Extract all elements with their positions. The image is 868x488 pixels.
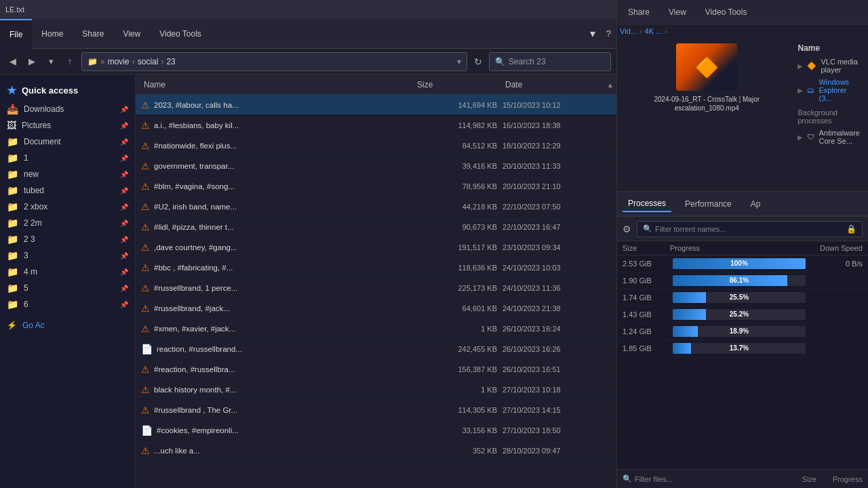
path-movie[interactable]: movie <box>108 57 130 66</box>
scroll-up-button[interactable]: ▲ <box>604 75 616 95</box>
torrent-col-header: Size Progress Down Speed <box>617 241 868 256</box>
table-row[interactable]: ⚠ #russellbrand , The Gr... 114,305 KB 2… <box>136 400 616 420</box>
help-button[interactable]: ? <box>601 28 616 39</box>
tm-processes-tab[interactable]: Processes <box>623 196 671 212</box>
table-row[interactable]: ⚠ a.i., #lesbians, baby kil... 114,982 K… <box>136 115 616 136</box>
table-row[interactable]: ⚠ #bbc , #fabricating, #... 118,636 KB 2… <box>136 258 616 278</box>
quick-access-label: Quick access <box>22 85 78 96</box>
back-button[interactable]: ◀ <box>5 54 20 69</box>
table-row[interactable]: ⚠ #russellbrand, 1 perce... 225,173 KB 2… <box>136 278 616 298</box>
table-row[interactable]: 📄 #cookies, #empireonli... 33,156 KB 27/… <box>136 420 616 441</box>
sidebar-item-pictures[interactable]: 🖼 Pictures 📌 <box>0 117 135 134</box>
table-row[interactable]: ⚠ #nationwide, flexi plus... 84,512 KB 1… <box>136 136 616 156</box>
tm-explorer-item[interactable]: ▶ 🗂 Windows Explorer (3... <box>797 76 860 104</box>
list-item[interactable]: 1.74 GiB 25.5% <box>617 289 868 306</box>
table-row[interactable]: ⚠ #xmen, #xavier, #jack... 1 KB 26/10/20… <box>136 319 616 339</box>
file-type-icon: ⚠ <box>141 100 150 110</box>
filter-search[interactable]: 🔍 Filter files... <box>623 474 673 483</box>
tab-view[interactable]: View <box>113 19 150 49</box>
path-social[interactable]: social <box>138 57 159 66</box>
path-23[interactable]: 23 <box>166 57 175 66</box>
tab-file[interactable]: File <box>0 19 32 49</box>
sidebar-item-23[interactable]: 📁 2 3 📌 <box>0 231 135 247</box>
up-button[interactable]: ↑ <box>62 54 77 69</box>
tab-videotools[interactable]: Video Tools <box>150 19 211 49</box>
progress-bar: 25.2% <box>673 309 806 320</box>
tm-performance-tab[interactable]: Performance <box>679 197 737 211</box>
file-type-icon: ⚠ <box>141 140 150 151</box>
table-row[interactable]: ⚠ ...uch like a... 352 KB 28/10/2023 09:… <box>136 441 616 461</box>
vlc-item-icon: 🔶 <box>807 62 816 70</box>
sidebar-item-label: 2 2m <box>24 218 42 228</box>
torrent-search-box[interactable]: 🔍 Filter torrent names... 🔒 <box>637 221 863 237</box>
vlc-item-label: VLC media player <box>821 58 860 74</box>
col-header-name[interactable]: Name <box>141 80 414 89</box>
refresh-button[interactable]: ↻ <box>471 56 485 67</box>
table-row[interactable]: ⚠ #lidl, #pizza, thinner t... 90,673 KB … <box>136 217 616 237</box>
tm-share-tab[interactable]: Share <box>623 5 655 20</box>
table-row[interactable]: ⚠ #russellbrand, #jack... 64,601 KB 24/1… <box>136 298 616 319</box>
table-row[interactable]: ⚠ #blm, #vagina, #song... 78,956 KB 20/1… <box>136 176 616 197</box>
list-item[interactable]: 1.43 GiB 25.2% <box>617 306 868 323</box>
sidebar-item-5[interactable]: 📁 5 📌 <box>0 280 135 296</box>
sidebar-item-4m[interactable]: 📁 4 m 📌 <box>0 264 135 280</box>
path-dropdown[interactable]: ▾ <box>457 57 461 66</box>
list-item[interactable]: 1.85 GiB 13.7% <box>617 340 868 357</box>
explorer-main: ★ Quick access 📥 Downloads 📌 🖼 Pictures … <box>0 75 616 488</box>
sidebar-item-label: tubed <box>24 186 44 195</box>
bc-vid[interactable]: Vid... <box>620 27 637 35</box>
tm-videotools-tab[interactable]: Video Tools <box>700 5 753 20</box>
tm-view-tab[interactable]: View <box>663 5 692 20</box>
list-item[interactable]: 1.24 GiB 18.9% <box>617 323 868 340</box>
antimalware-icon: 🛡 <box>807 133 814 141</box>
tab-home[interactable]: Home <box>32 19 73 49</box>
dropdown-history-button[interactable]: ▾ <box>43 54 58 69</box>
pin-icon: 📌 <box>120 122 128 129</box>
pin-icon: 📌 <box>120 268 128 276</box>
ribbon-dropdown[interactable]: ▾ <box>585 27 601 40</box>
search-box[interactable]: 🔍 Search 23 <box>489 52 611 71</box>
file-date: 20/10/2023 21:10 <box>502 182 611 190</box>
col-header-size[interactable]: Size <box>414 80 502 89</box>
file-size: 33,156 KB <box>414 426 502 434</box>
forward-button[interactable]: ▶ <box>24 54 39 69</box>
sidebar-item-goac[interactable]: ⚡ Go Ac <box>0 318 135 333</box>
sidebar-item-new[interactable]: 📁 new 📌 <box>0 166 135 182</box>
table-row[interactable]: ⚠ #reaction, #russellbra... 156,387 KB 2… <box>136 359 616 380</box>
table-row[interactable]: 📄 reaction, #russellbrand... 242,455 KB … <box>136 339 616 359</box>
sidebar-item-22m[interactable]: 📁 2 2m 📌 <box>0 215 135 231</box>
file-date: 15/10/2023 10:12 <box>502 101 611 109</box>
address-path[interactable]: 📁 » movie › social › 23 ▾ <box>81 52 467 71</box>
gear-icon[interactable]: ⚙ <box>623 224 631 235</box>
table-row[interactable]: ⚠ #U2, irish band, name... 44,218 KB 22/… <box>136 197 616 217</box>
tm-antimalware-item[interactable]: ▶ 🛡 Antimalware Core Se... <box>797 127 860 147</box>
file-size: 64,601 KB <box>414 304 502 312</box>
pin-icon: 📌 <box>120 138 128 146</box>
tab-share[interactable]: Share <box>73 19 113 49</box>
sidebar-item-document[interactable]: 📁 Document 📌 <box>0 134 135 150</box>
bc-4k[interactable]: 4K ... <box>645 27 663 35</box>
table-row[interactable]: ⚠ ,dave courtney, #gang... 191,517 KB 23… <box>136 237 616 258</box>
col-header-date[interactable]: Date <box>502 80 611 89</box>
tm-vlc-item[interactable]: ▶ 🔶 VLC media player <box>797 56 860 76</box>
pin-icon: 📌 <box>120 155 128 162</box>
list-item[interactable]: 1.90 GiB 86.1% <box>617 272 868 289</box>
file-date: 24/10/2023 11:36 <box>502 284 611 292</box>
table-row[interactable]: ⚠ government, transpar... 39,416 KB 20/1… <box>136 156 616 176</box>
table-row[interactable]: ⚠ 2023, #labour, calls ha... 141,694 KB … <box>136 95 616 115</box>
sidebar-item-2xbox[interactable]: 📁 2 xbox 📌 <box>0 199 135 215</box>
file-size: 141,694 KB <box>414 101 502 109</box>
folder-icon: 📁 <box>7 250 18 261</box>
sidebar-item-6[interactable]: 📁 6 📌 <box>0 296 135 312</box>
table-row[interactable]: ⚠ black history month, #... 1 KB 27/10/2… <box>136 380 616 400</box>
sidebar-item-tubed[interactable]: 📁 tubed 📌 <box>0 182 135 199</box>
quick-access-star-icon: ★ <box>7 84 16 97</box>
sidebar-item-downloads[interactable]: 📥 Downloads 📌 <box>0 101 135 117</box>
sidebar-item-3[interactable]: 📁 3 📌 <box>0 247 135 264</box>
file-name-text: #bbc , #fabricating, #... <box>154 264 233 272</box>
tm-ap-tab[interactable]: Ap <box>745 197 766 211</box>
torrent-size: 1.90 GiB <box>623 277 670 285</box>
list-item[interactable]: 2.53 GiB 100% 0 B/s <box>617 256 868 272</box>
file-type-icon: ⚠ <box>141 303 150 314</box>
sidebar-item-1[interactable]: 📁 1 📌 <box>0 150 135 166</box>
